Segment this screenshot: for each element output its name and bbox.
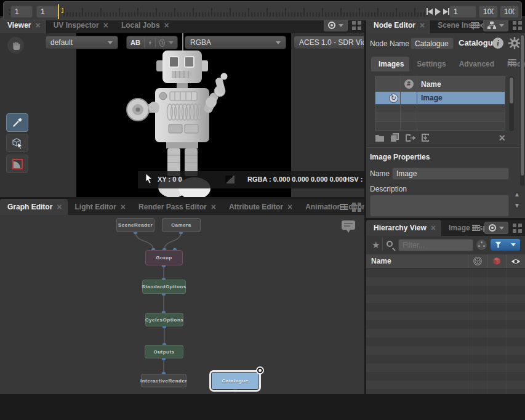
graph-node-catalogue[interactable]: Catalogue [212,373,258,389]
hierarchy-row[interactable] [366,294,525,303]
hierarchy-target-menu-button[interactable] [484,222,508,234]
close-icon[interactable]: × [57,204,62,210]
empty-table-row[interactable] [375,104,505,113]
graph-node-cyclesoptions[interactable]: CyclesOptions [145,313,183,326]
graph-node-camera[interactable]: Camera [162,218,201,232]
close-icon[interactable]: × [103,22,108,28]
ruler-tick [377,8,379,17]
tab-hierarchy-view[interactable]: Hierarchy View× [366,220,441,236]
ruler-tick [143,12,145,17]
pixel-status-bar: XY : 0 0 RGBA : 0.000 0.000 0.000 0.000 … [138,171,364,188]
close-icon[interactable]: × [35,22,40,28]
graph-node-interactiverender[interactable]: InteractiveRender [141,374,186,387]
node-graph-menu-button[interactable] [483,19,508,31]
duplicate-icon[interactable] [390,133,399,142]
playback-end-field[interactable] [479,6,498,18]
hierarchy-row[interactable] [366,269,525,277]
menu-hamburger-icon[interactable] [471,25,479,26]
image-row[interactable]: ↻ Image [375,91,505,104]
hierarchy-row[interactable] [366,303,525,312]
hierarchy-row[interactable] [366,389,525,394]
render-cube-icon[interactable] [492,257,501,265]
hierarchy-row[interactable] [366,355,525,363]
pan-tool-button[interactable] [7,37,24,54]
table-scrollbar[interactable] [509,76,514,131]
current-frame-field[interactable] [449,6,476,18]
tab-render-pass-editor[interactable]: Render Pass Editor× [131,199,222,215]
filter-mode-dropdown[interactable] [490,238,521,251]
new-folder-icon[interactable] [375,134,385,142]
description-field[interactable] [370,195,509,217]
display-transform-dropdown[interactable]: ACES 1.0 - SDR Vide [294,36,364,49]
empty-table-row[interactable] [375,121,505,130]
menu-hamburger-icon[interactable] [340,206,348,208]
tab-attribute-editor[interactable]: Attribute Editor× [222,199,298,215]
color-picker-tool-button[interactable] [6,113,28,132]
scene-end-field[interactable] [500,6,519,18]
menu-hamburger-icon[interactable] [508,62,516,63]
hierarchy-row[interactable] [366,337,525,346]
view-select-dropdown[interactable]: default [45,36,118,49]
hierarchy-row[interactable] [366,329,525,337]
annotation-bubble-icon[interactable] [341,220,356,233]
property-name-input[interactable] [392,168,509,180]
wipe-icon[interactable] [148,39,152,47]
layer-badge[interactable]: 1 [159,39,165,47]
export-icon[interactable] [405,134,415,142]
close-icon[interactable]: × [211,204,216,210]
close-icon[interactable]: × [420,22,425,28]
scene-cube-icon[interactable] [473,257,482,265]
crop-region-tool-button[interactable] [6,155,28,173]
skip-end-button[interactable] [443,8,449,15]
layout-grid-icon[interactable] [352,21,361,30]
tab-images[interactable]: Images [371,57,409,71]
tab-light-editor[interactable]: Light Editor× [68,199,132,215]
extract-icon[interactable] [421,133,430,142]
visibility-eye-icon[interactable] [511,258,521,265]
panel-scroll-arrows[interactable]: ▲▼ [514,191,520,209]
tab-settings[interactable]: Settings [409,57,451,71]
graph-node-outputs[interactable]: Outputs [145,345,183,358]
empty-table-row[interactable] [375,113,505,121]
gear-icon[interactable] [508,37,521,49]
graph-node-standardoptions[interactable]: StandardOptions [142,280,186,294]
close-icon[interactable]: × [164,22,169,28]
graph-node-scenereader[interactable]: SceneReader [116,218,154,232]
compare-ab-button[interactable]: AB [130,39,140,46]
graph-connections [0,215,364,394]
close-icon[interactable]: × [431,225,436,231]
tab-graph-editor[interactable]: Graph Editor× [0,199,68,215]
panel-scrollbar[interactable] [520,34,524,186]
focus-badge-icon[interactable] [256,366,264,374]
ruler-tick [374,12,375,17]
play-button[interactable] [435,8,441,15]
close-icon[interactable]: × [121,204,126,210]
close-icon[interactable]: × [287,204,292,210]
ruler-tick [125,12,126,17]
graph-node-group[interactable]: Group [145,250,183,265]
skip-start-button[interactable] [427,8,433,15]
tab-advanced[interactable]: Advanced [452,57,500,71]
selection-tool-button[interactable] [6,134,28,152]
filter-input[interactable] [398,239,473,251]
node-name-input[interactable] [411,38,454,49]
layout-grid-icon[interactable] [352,203,361,212]
hierarchy-row[interactable] [366,363,525,372]
channel-select-dropdown[interactable]: RGBA [185,36,286,49]
hierarchy-row[interactable] [366,286,525,294]
layout-grid-icon[interactable] [513,21,522,30]
viewer-target-menu-button[interactable] [324,19,348,31]
remove-image-icon[interactable]: × [499,134,505,142]
hierarchy-row[interactable] [366,372,525,381]
hierarchy-row[interactable] [366,277,525,286]
menu-hamburger-icon[interactable] [472,227,480,228]
hierarchy-row[interactable] [366,346,525,355]
info-icon[interactable]: i [492,38,503,49]
layout-grid-icon[interactable] [513,224,522,233]
hierarchy-row[interactable] [366,312,525,320]
filter-settings-icon[interactable] [476,240,487,250]
bookmark-star-icon[interactable]: ★ [372,240,380,251]
hierarchy-row[interactable] [366,381,525,389]
hierarchy-row[interactable] [366,320,525,329]
graph-canvas[interactable]: SceneReaderCameraGroupStandardOptionsCyc… [0,215,364,394]
